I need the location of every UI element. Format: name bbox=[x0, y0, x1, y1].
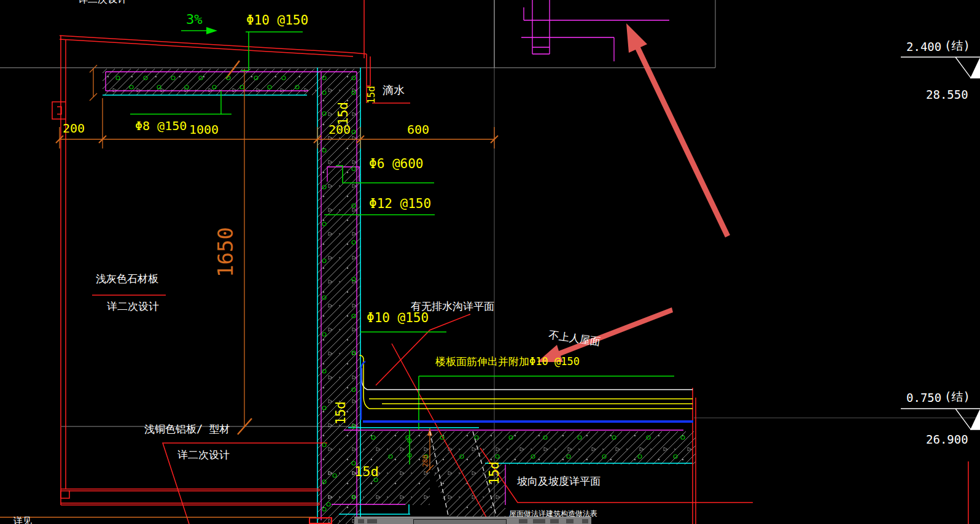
anchor-15d-haunch: 15d bbox=[488, 461, 501, 485]
cad-canvas: 详二次设计 3% Φ10 @150 200 Φ8 @150 1000 200 6… bbox=[0, 0, 980, 524]
slab-rebar-note: 楼板面筋伸出并附加Φ10 @150 bbox=[435, 356, 580, 368]
toolbar-icon[interactable] bbox=[367, 519, 377, 523]
dim-280: 280 bbox=[422, 455, 429, 467]
level-upper-absolute: 28.550 bbox=[926, 89, 968, 101]
toolbar-icon[interactable] bbox=[550, 519, 559, 523]
rebar-wall-ties-label: Φ6 @600 bbox=[369, 157, 424, 171]
anchor-15d-wall-lower: 15d bbox=[334, 401, 348, 425]
level-symbol-upper bbox=[901, 57, 980, 78]
toolbar-icon[interactable] bbox=[533, 519, 545, 523]
slope-note: 坡向及坡度详平面 bbox=[517, 476, 601, 487]
level-lower-value: 0.750 bbox=[906, 392, 941, 404]
anchor-15d-drip: 15d bbox=[367, 86, 377, 104]
drawing-linework bbox=[0, 0, 980, 524]
level-lower-tag: (结) bbox=[944, 391, 970, 403]
rebar-mid-label: Φ10 @150 bbox=[367, 311, 429, 325]
toolbar-icon[interactable] bbox=[566, 519, 574, 523]
dim-200-wall: 200 bbox=[329, 123, 351, 136]
rebar-top-label: Φ10 @150 bbox=[246, 13, 308, 27]
dim-600: 600 bbox=[407, 123, 429, 136]
toolbar-icon[interactable] bbox=[582, 519, 588, 523]
toolbar-icon[interactable] bbox=[519, 519, 527, 523]
stone-panel-label: 浅灰色石材板 bbox=[96, 274, 158, 285]
alum-panel-note: 详二次设计 bbox=[177, 450, 230, 461]
gutter-note: 有无排水沟详平面 bbox=[411, 301, 494, 312]
dim-200-left: 200 bbox=[63, 122, 85, 135]
annotation-arrow-icon bbox=[626, 23, 730, 237]
toolbar-icon[interactable] bbox=[358, 519, 364, 523]
level-symbol-lower bbox=[901, 409, 980, 430]
bottom-left-note-clipped: 详见 bbox=[14, 517, 32, 524]
rebar-wall-vertical-label: Φ12 @150 bbox=[369, 197, 431, 210]
dim-1000: 1000 bbox=[189, 123, 219, 136]
alum-panel-label: 浅铜色铝板/ 型材 bbox=[144, 424, 230, 435]
slope-percent-label: 3% bbox=[186, 12, 203, 26]
anchor-15d-beam: 15d bbox=[354, 464, 379, 479]
toolbar-inset-field[interactable] bbox=[413, 519, 507, 524]
rebar-slab-bottom-label: Φ8 @150 bbox=[135, 120, 187, 133]
level-lower-absolute: 26.900 bbox=[926, 434, 968, 446]
note-top-clipped: 详二次设计 bbox=[78, 0, 127, 5]
anchor-15d-wall-top: 15d bbox=[336, 102, 350, 125]
bottom-toolbar[interactable] bbox=[354, 517, 591, 524]
drip-label: 滴水 bbox=[383, 85, 405, 96]
slope-arrowhead bbox=[206, 27, 217, 34]
dim-1650-parapet-height: 1650 bbox=[215, 227, 237, 277]
level-upper-tag: (结) bbox=[944, 40, 970, 52]
stone-panel-note: 详二次设计 bbox=[107, 301, 159, 312]
level-upper-value: 2.400 bbox=[906, 41, 941, 53]
